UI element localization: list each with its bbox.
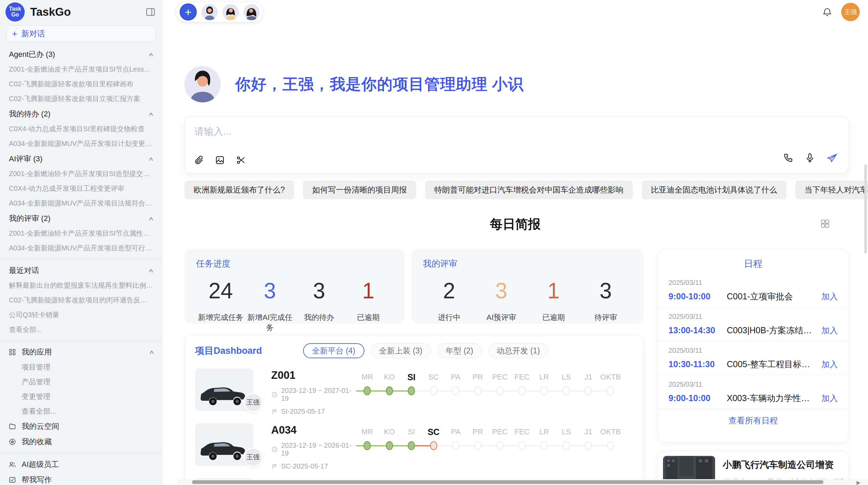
sidebar-item[interactable]: A034-全新新能源MUV产品开发项目计划变更表编写	[0, 136, 162, 151]
agent-avatar-1[interactable]	[202, 4, 218, 20]
flag-text: SC-2025-05-17	[281, 462, 328, 470]
view-all-schedule-link[interactable]: 查看所有日程	[658, 409, 848, 432]
sidebar-item-ai-employee[interactable]: AI超级员工	[0, 457, 162, 472]
section-my-review[interactable]: 我的评审 (2) ∧	[0, 211, 162, 226]
new-chat-button[interactable]: + 新对话	[6, 25, 156, 42]
project-row[interactable]: 王强 Z001 2023-12-19 ~ 2027-01-19 SI-2025-…	[185, 362, 643, 416]
chevron-up-icon[interactable]: ∧	[148, 156, 154, 162]
sidebar-item-help-write[interactable]: 帮我写作	[0, 472, 162, 485]
join-link[interactable]: 加入	[821, 325, 838, 336]
tab-powertrain[interactable]: 动总开发 (1)	[488, 343, 549, 358]
agent-avatar-2[interactable]	[222, 4, 239, 20]
sidebar-item[interactable]: Z001-全新燃油轻卡产品开发项目SI造型提交物评审	[0, 166, 162, 181]
layout-grid-icon[interactable]	[820, 219, 830, 229]
attachment-icon[interactable]	[194, 155, 204, 165]
horizontal-scrollbar-thumb[interactable]	[192, 480, 823, 484]
section-ai-review[interactable]: AI评审 (3) ∧	[0, 151, 162, 166]
sidebar-item[interactable]: A034-全新新能源MUV产品开发项目法规符合性评审	[0, 196, 162, 211]
sidebar-item[interactable]: A034-全新新能源MUV产品开发项目造型可行性评审	[0, 241, 162, 256]
sidebar-item[interactable]: C02-飞腾新能源轻客改款项目里程碑画布	[0, 77, 162, 91]
sidebar-item-view-all[interactable]: 查看全部...	[0, 322, 162, 337]
sidebar-item[interactable]: Z001-全新燃油皮卡产品开发项目SI节点Lesson Learn报告	[0, 62, 162, 77]
tab-new-platform[interactable]: 全新平台 (4)	[303, 343, 364, 358]
tab-year-model[interactable]: 年型 (2)	[437, 343, 482, 358]
milestone-PEC[interactable]: PEC	[489, 425, 511, 453]
tab-new-body[interactable]: 全新上装 (3)	[371, 343, 431, 358]
milestone-PA[interactable]: PA	[445, 371, 467, 398]
add-agent-button[interactable]: +	[180, 3, 197, 21]
badge-star-icon	[8, 438, 16, 446]
milestone-OKTB[interactable]: OKTB	[600, 371, 622, 398]
milestone-PR[interactable]: PR	[467, 425, 489, 453]
milestone-dot	[386, 441, 393, 450]
milestone-PA[interactable]: PA	[445, 425, 467, 453]
suggestion-chip[interactable]: 特朗普可能对进口汽车增税会对中国车企造成哪些影响	[425, 181, 633, 199]
milestone-PR[interactable]: PR	[467, 371, 489, 398]
sidebar-item[interactable]: C02-飞腾新能源轻客改款项目立项汇报方案	[0, 91, 162, 106]
sidebar-item[interactable]: 解释最新出台的欧盟报废车法规再生塑料比例被调至15%...	[0, 278, 162, 293]
scroll-right-arrow-icon[interactable]: ▶	[856, 480, 860, 485]
milestone-dot	[408, 386, 415, 395]
sidebar-item[interactable]: Z001-全新燃油轻卡产品开发项目SI节点属性5D文件评审	[0, 226, 162, 241]
section-agent-done[interactable]: Agent已办 (3) ∧	[0, 47, 162, 62]
milestone-LS[interactable]: LS	[555, 425, 578, 453]
milestone-MR[interactable]: MR	[356, 371, 378, 398]
milestone-LS[interactable]: LS	[555, 371, 578, 398]
milestone-SC[interactable]: SC	[423, 371, 445, 398]
chevron-up-icon[interactable]: ∧	[148, 215, 154, 222]
milestone-FEC[interactable]: FEC	[511, 425, 533, 453]
image-icon[interactable]	[215, 155, 225, 165]
sidebar-item[interactable]: C0X4-动力总成开发项目工程变更评审	[0, 181, 162, 196]
vertical-scrollbar-thumb[interactable]	[864, 164, 867, 253]
phone-icon[interactable]	[783, 152, 794, 163]
agent-avatar-3[interactable]	[243, 4, 260, 20]
sidebar-item-my-apps[interactable]: 我的应用 ∧	[0, 344, 162, 360]
sidebar-item-cloud-space[interactable]: 我的云空间	[0, 419, 162, 434]
milestone-LR[interactable]: LR	[533, 371, 555, 398]
sidebar-item[interactable]: C0X4-动力总成开发项目SI里程碑提交物检查	[0, 122, 162, 136]
milestone-SI[interactable]: SI	[400, 425, 423, 453]
chat-input[interactable]	[190, 120, 843, 144]
chevron-up-icon[interactable]: ∧	[149, 349, 155, 355]
suggestion-chip[interactable]: 欧洲新规最近颁布了什么?	[184, 181, 294, 199]
sidebar-item[interactable]: 公司Q3轻卡销量	[0, 308, 162, 322]
milestone-J1[interactable]: J1	[577, 425, 600, 453]
section-recent-chats[interactable]: 最近对话 ∧	[0, 263, 162, 278]
sidebar-item-product-mgmt[interactable]: 产品管理	[0, 374, 162, 389]
section-my-todo[interactable]: 我的待办 (2) ∧	[0, 106, 162, 122]
send-button[interactable]	[826, 152, 838, 165]
milestone-KO[interactable]: KO	[378, 371, 401, 398]
join-link[interactable]: 加入	[821, 393, 838, 404]
suggestion-chip[interactable]: 当下年轻人对汽车外观有怎样的喜好趋势	[795, 181, 868, 199]
chevron-up-icon[interactable]: ∧	[148, 268, 154, 274]
suggestion-chip[interactable]: 如何写一份清晰的项目周报	[303, 181, 416, 199]
milestone-J1[interactable]: J1	[577, 371, 600, 398]
notification-bell-icon[interactable]	[822, 7, 832, 17]
user-avatar[interactable]: 王强	[841, 3, 860, 21]
horizontal-scrollbar[interactable]: ▶	[178, 479, 868, 485]
suggestion-chip[interactable]: 比亚迪全固态电池计划具体说了什么	[642, 181, 786, 199]
milestone-KO[interactable]: KO	[378, 425, 401, 453]
milestone-OKTB[interactable]: OKTB	[600, 425, 622, 453]
sidebar-item-favorites[interactable]: 我的收藏	[0, 434, 162, 449]
scissors-icon[interactable]	[236, 155, 246, 165]
chevron-up-icon[interactable]: ∧	[148, 111, 154, 117]
microphone-icon[interactable]	[805, 152, 815, 163]
sidebar-item-change-mgmt[interactable]: 变更管理	[0, 389, 162, 404]
milestone-FEC[interactable]: FEC	[511, 371, 533, 398]
stat-value: 24	[196, 278, 245, 303]
milestone-MR[interactable]: MR	[356, 425, 378, 453]
sidebar-item-project-mgmt[interactable]: 项目管理	[0, 360, 162, 374]
collapse-sidebar-icon[interactable]	[145, 7, 156, 17]
milestone-LR[interactable]: LR	[533, 425, 555, 453]
milestone-PEC[interactable]: PEC	[489, 371, 511, 398]
milestone-SI[interactable]: SI	[400, 371, 423, 398]
join-link[interactable]: 加入	[821, 291, 838, 302]
sidebar-item-view-all-apps[interactable]: 查看全部...	[0, 404, 162, 419]
event-name: X003-车辆动力学性能验...	[727, 393, 817, 404]
join-link[interactable]: 加入	[821, 359, 838, 370]
chevron-up-icon[interactable]: ∧	[148, 51, 154, 58]
sidebar-item[interactable]: C02-飞腾新能源轻客改款项目的闭环通告反馈情况	[0, 293, 162, 308]
project-row[interactable]: 王强 A034 2023-12-19 ~ 2026-01-19 SC-2025-…	[185, 416, 643, 471]
milestone-SC[interactable]: SC	[423, 425, 445, 453]
